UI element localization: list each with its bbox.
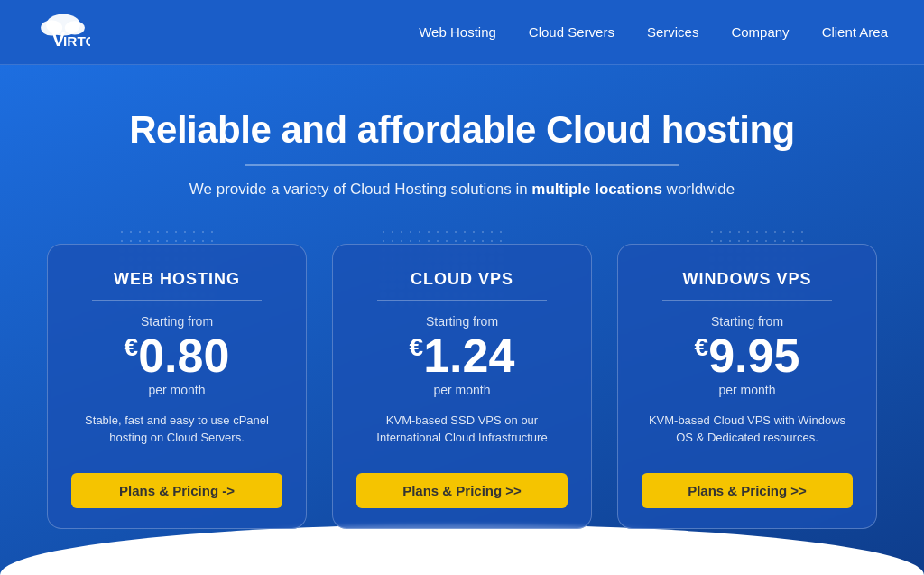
hero-section: Reliable and affordable Cloud hosting We…	[0, 65, 924, 575]
card-windows-vps-currency: €	[695, 332, 709, 360]
nav-services[interactable]: Services	[647, 24, 699, 40]
card-web-hosting-divider	[92, 300, 261, 301]
nav-company[interactable]: Company	[731, 24, 789, 40]
card-cloud-vps-price: €1.24	[356, 332, 568, 379]
nav-links: Web Hosting Cloud Servers Services Compa…	[419, 24, 888, 41]
card-web-hosting-btn[interactable]: Plans & Pricing ->	[71, 473, 282, 508]
card-cloud-vps-title: CLOUD VPS	[356, 270, 568, 289]
card-windows-vps-price-value: 9.95	[708, 329, 799, 382]
card-windows-vps-starting: Starting from	[642, 314, 853, 329]
nav-client-area[interactable]: Client Area	[822, 24, 888, 40]
card-windows-vps-title: WINDOWS VPS	[642, 270, 853, 289]
navbar: V IRTONO Web Hosting Cloud Servers Servi…	[0, 0, 924, 65]
hero-subtext: We provide a variety of Cloud Hosting so…	[36, 181, 888, 199]
svg-point-2	[65, 21, 85, 34]
card-web-hosting-desc: Stable, fast and easy to use cPanel host…	[71, 412, 282, 453]
card-web-hosting-title: WEB HOSTING	[71, 270, 282, 289]
nav-web-hosting[interactable]: Web Hosting	[419, 24, 496, 40]
card-cloud-vps-btn[interactable]: Plans & Pricing >>	[356, 473, 568, 508]
card-windows-vps: WINDOWS VPS Starting from €9.95 per mont…	[617, 244, 877, 529]
card-windows-vps-divider	[662, 300, 831, 301]
logo-icon: V IRTONO	[36, 9, 90, 56]
card-windows-vps-desc: KVM-based Cloud VPS with Windows OS & De…	[642, 412, 853, 453]
card-cloud-vps: CLOUD VPS Starting from €1.24 per month …	[332, 244, 592, 529]
card-web-hosting-price-value: 0.80	[138, 329, 229, 382]
card-cloud-vps-starting: Starting from	[356, 314, 568, 329]
card-web-hosting-per: per month	[71, 383, 282, 397]
card-web-hosting: WEB HOSTING Starting from €0.80 per mont…	[47, 244, 307, 529]
wave-bottom	[0, 524, 924, 575]
card-web-hosting-price: €0.80	[71, 332, 282, 379]
card-web-hosting-starting: Starting from	[71, 314, 282, 329]
hero-headline: Reliable and affordable Cloud hosting	[36, 108, 888, 152]
svg-text:IRTONO: IRTONO	[63, 33, 90, 49]
pricing-cards: WEB HOSTING Starting from €0.80 per mont…	[36, 244, 888, 529]
card-cloud-vps-currency: €	[410, 332, 424, 360]
card-cloud-vps-desc: KVM-based SSD VPS on our International C…	[356, 412, 568, 453]
card-windows-vps-per: per month	[642, 383, 853, 397]
card-cloud-vps-per: per month	[356, 383, 568, 397]
logo[interactable]: V IRTONO	[36, 9, 90, 56]
hero-divider	[245, 164, 679, 166]
card-cloud-vps-price-value: 1.24	[423, 329, 514, 382]
card-windows-vps-price: €9.95	[642, 332, 853, 379]
nav-cloud-servers[interactable]: Cloud Servers	[529, 24, 614, 40]
card-web-hosting-currency: €	[125, 332, 139, 360]
card-cloud-vps-divider	[377, 300, 546, 301]
card-windows-vps-btn[interactable]: Plans & Pricing >>	[642, 473, 853, 508]
